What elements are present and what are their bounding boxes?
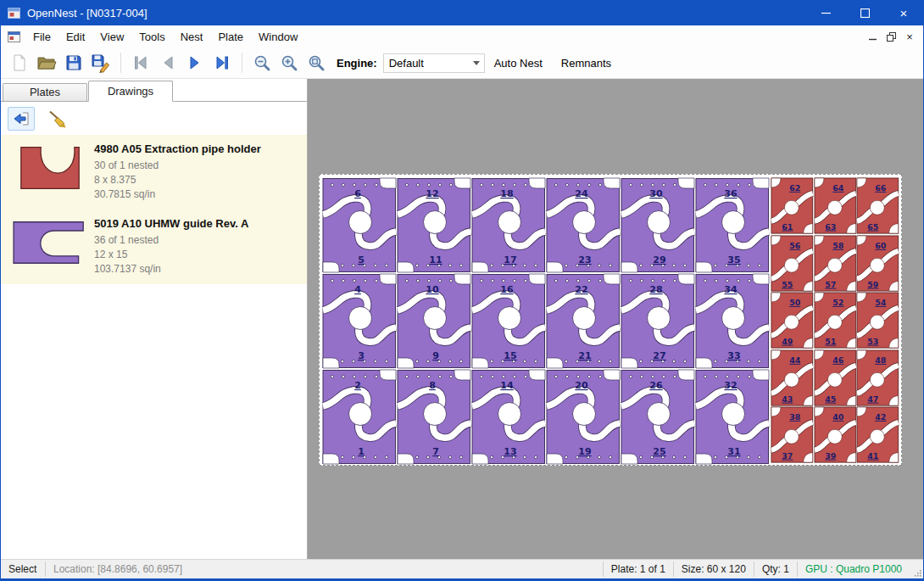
nest-part-pair[interactable]: 6 5 <box>322 177 397 273</box>
nest-part-pair[interactable]: 14 13 <box>471 369 546 465</box>
zoom-fit-button[interactable] <box>303 50 330 75</box>
last-plate-icon <box>213 53 231 72</box>
svg-text:33: 33 <box>727 350 740 361</box>
send-back-button[interactable] <box>8 107 35 131</box>
svg-text:31: 31 <box>727 446 740 457</box>
nest-part-pair[interactable]: 18 17 <box>471 177 546 273</box>
svg-text:19: 19 <box>578 446 591 457</box>
nav-prev-button[interactable] <box>154 50 181 75</box>
nav-next-button[interactable] <box>181 50 209 75</box>
drawing-list-item[interactable]: 5019 A10 UHMW guide Rev. A 36 of 1 neste… <box>1 209 307 284</box>
nest-part-pair[interactable]: 36 35 <box>695 177 770 273</box>
svg-text:43: 43 <box>782 394 793 403</box>
nest-part-pair[interactable]: 22 21 <box>546 273 621 369</box>
nest-part-pair[interactable]: 34 33 <box>695 273 770 369</box>
svg-text:6: 6 <box>354 188 361 199</box>
menu-nest[interactable]: Nest <box>173 27 211 47</box>
svg-text:2: 2 <box>354 380 361 391</box>
auto-nest-button[interactable]: Auto Nest <box>485 57 552 70</box>
resize-grip[interactable] <box>910 560 923 578</box>
mdi-minimize-button[interactable] <box>863 28 882 45</box>
svg-text:9: 9 <box>432 350 439 361</box>
menu-edit[interactable]: Edit <box>58 27 92 47</box>
svg-text:50: 50 <box>789 298 801 307</box>
nest-part-pair[interactable]: 24 23 <box>546 177 621 273</box>
svg-text:12: 12 <box>426 188 438 199</box>
drawing-list-item[interactable]: 4980 A05 Extraction pipe holder 30 of 1 … <box>1 135 307 209</box>
tab-drawings[interactable]: Drawings <box>88 81 173 102</box>
nest-part-pair[interactable]: 48 47 <box>856 349 899 407</box>
svg-text:26: 26 <box>649 380 663 391</box>
nest-part-pair[interactable]: 10 9 <box>397 273 471 369</box>
nest-part-pair[interactable]: 38 37 <box>771 406 814 464</box>
engine-combobox[interactable]: Default <box>383 53 485 73</box>
titlebar: OpenNest - [N0317-004] × <box>1 0 923 25</box>
drawing-nested-count: 36 of 1 nested <box>94 233 303 248</box>
nest-part-pair[interactable]: 8 7 <box>397 369 471 465</box>
nest-part-pair[interactable]: 4 3 <box>322 273 397 369</box>
red-parts-grid: 62 61 64 63 66 65 56 55 58 57 <box>771 177 899 464</box>
svg-text:28: 28 <box>649 284 662 295</box>
nest-part-pair[interactable]: 2 1 <box>322 369 397 465</box>
nest-part-pair[interactable]: 16 15 <box>471 273 546 369</box>
svg-text:22: 22 <box>575 284 587 295</box>
sidebar-tabs: Plates Drawings <box>1 79 307 102</box>
nest-part-pair[interactable]: 40 39 <box>814 406 857 464</box>
maximize-button[interactable] <box>845 0 884 25</box>
nest-part-pair[interactable]: 12 11 <box>397 177 471 273</box>
window-title: OpenNest - [N0317-004] <box>27 7 148 20</box>
nest-part-pair[interactable]: 28 27 <box>621 273 695 369</box>
open-button[interactable] <box>33 50 60 75</box>
nest-part-pair[interactable]: 46 45 <box>814 349 857 407</box>
save-icon <box>64 53 83 72</box>
nest-part-pair[interactable]: 50 49 <box>771 292 814 349</box>
nav-first-button[interactable] <box>127 50 154 75</box>
zoom-out-button[interactable] <box>248 50 276 75</box>
nest-part-pair[interactable]: 54 53 <box>856 292 899 349</box>
menu-view[interactable]: View <box>92 27 131 47</box>
nest-part-pair[interactable]: 64 63 <box>814 177 857 235</box>
menubar: FileEditViewToolsNestPlateWindow × <box>1 25 923 47</box>
nest-part-pair[interactable]: 42 41 <box>856 406 899 464</box>
nest-part-pair[interactable]: 20 19 <box>546 369 621 465</box>
nest-part-pair[interactable]: 56 55 <box>771 235 814 293</box>
svg-text:46: 46 <box>832 355 844 365</box>
menu-plate[interactable]: Plate <box>210 27 251 47</box>
zoom-in-button[interactable] <box>276 50 303 75</box>
tab-plates[interactable]: Plates <box>3 83 87 101</box>
nest-canvas[interactable]: 6 5 12 11 18 17 24 23 <box>308 79 923 559</box>
mdi-close-button[interactable]: × <box>900 28 919 45</box>
nest-part-pair[interactable]: 26 25 <box>621 369 695 465</box>
nest-part-pair[interactable]: 32 31 <box>695 369 770 465</box>
clear-button[interactable] <box>43 107 70 131</box>
svg-text:13: 13 <box>504 446 516 457</box>
nest-part-pair[interactable]: 52 51 <box>814 292 857 349</box>
nest-part-pair[interactable]: 44 43 <box>771 349 814 407</box>
nest-part-pair[interactable]: 60 59 <box>856 235 899 293</box>
close-button[interactable]: × <box>884 0 923 25</box>
nest-part-pair[interactable]: 30 29 <box>621 177 695 273</box>
svg-text:63: 63 <box>825 222 836 232</box>
menu-tools[interactable]: Tools <box>131 27 172 47</box>
menu-file[interactable]: File <box>25 27 58 47</box>
minimize-button[interactable] <box>806 0 845 25</box>
svg-text:4: 4 <box>354 284 361 295</box>
drawing-list: 4980 A05 Extraction pipe holder 30 of 1 … <box>1 135 307 559</box>
svg-text:11: 11 <box>429 254 442 265</box>
nest-part-pair[interactable]: 62 61 <box>771 177 814 235</box>
save-button[interactable] <box>60 50 87 75</box>
mdi-restore-button[interactable] <box>882 28 900 45</box>
svg-text:44: 44 <box>789 355 801 365</box>
plate-sheet[interactable]: 6 5 12 11 18 17 24 23 <box>319 174 902 466</box>
purple-parts-grid: 6 5 12 11 18 17 24 23 <box>322 177 770 464</box>
nest-part-pair[interactable]: 66 65 <box>856 177 899 235</box>
svg-text:49: 49 <box>782 337 793 346</box>
svg-text:54: 54 <box>876 298 888 307</box>
nav-last-button[interactable] <box>209 50 236 75</box>
status-size: Size: 60 x 120 <box>674 560 754 578</box>
save-as-button[interactable] <box>87 50 114 75</box>
remnants-button[interactable]: Remnants <box>552 57 621 70</box>
menu-window[interactable]: Window <box>251 27 305 47</box>
nest-part-pair[interactable]: 58 57 <box>814 235 857 293</box>
new-button[interactable] <box>6 50 33 75</box>
